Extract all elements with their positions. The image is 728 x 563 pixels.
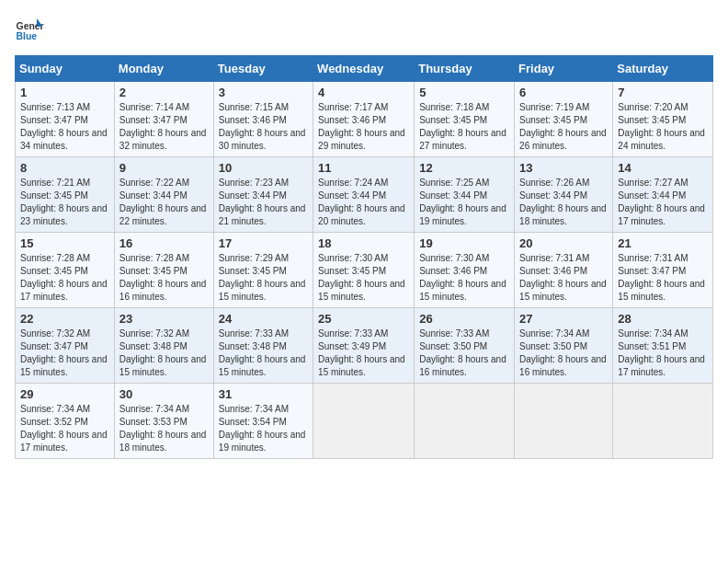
day-detail: Sunrise: 7:17 AMSunset: 3:46 PMDaylight:… bbox=[318, 101, 409, 153]
calendar-table: SundayMondayTuesdayWednesdayThursdayFrid… bbox=[15, 55, 713, 459]
day-number: 18 bbox=[318, 236, 409, 250]
day-cell: 14 Sunrise: 7:27 AMSunset: 3:44 PMDaylig… bbox=[613, 157, 713, 233]
day-number: 11 bbox=[318, 161, 409, 175]
day-number: 2 bbox=[119, 86, 209, 99]
header-cell-friday: Friday bbox=[515, 56, 613, 82]
day-cell: 5 Sunrise: 7:18 AMSunset: 3:45 PMDayligh… bbox=[415, 82, 515, 157]
day-detail: Sunrise: 7:24 AMSunset: 3:44 PMDaylight:… bbox=[318, 177, 409, 228]
day-cell: 16 Sunrise: 7:28 AMSunset: 3:45 PMDaylig… bbox=[114, 233, 213, 308]
day-number: 21 bbox=[618, 236, 708, 250]
day-cell: 10 Sunrise: 7:23 AMSunset: 3:44 PMDaylig… bbox=[213, 157, 313, 233]
day-number: 16 bbox=[119, 236, 209, 250]
day-cell bbox=[313, 384, 415, 459]
day-cell: 12 Sunrise: 7:25 AMSunset: 3:44 PMDaylig… bbox=[415, 157, 515, 233]
logo: General Blue bbox=[15, 15, 44, 44]
day-detail: Sunrise: 7:30 AMSunset: 3:46 PMDaylight:… bbox=[419, 252, 509, 304]
day-cell: 6 Sunrise: 7:19 AMSunset: 3:45 PMDayligh… bbox=[515, 82, 613, 157]
page-header: General Blue bbox=[15, 15, 713, 44]
day-cell: 19 Sunrise: 7:30 AMSunset: 3:46 PMDaylig… bbox=[415, 233, 515, 308]
header-cell-wednesday: Wednesday bbox=[313, 56, 415, 82]
week-row-2: 8 Sunrise: 7:21 AMSunset: 3:45 PMDayligh… bbox=[16, 157, 713, 233]
day-detail: Sunrise: 7:33 AMSunset: 3:49 PMDaylight:… bbox=[318, 327, 409, 379]
day-number: 19 bbox=[419, 236, 509, 250]
day-number: 23 bbox=[119, 312, 209, 326]
day-cell: 27 Sunrise: 7:34 AMSunset: 3:50 PMDaylig… bbox=[515, 308, 613, 384]
day-number: 1 bbox=[20, 86, 109, 99]
day-detail: Sunrise: 7:31 AMSunset: 3:47 PMDaylight:… bbox=[618, 252, 708, 304]
svg-text:Blue: Blue bbox=[17, 31, 38, 41]
week-row-3: 15 Sunrise: 7:28 AMSunset: 3:45 PMDaylig… bbox=[16, 233, 713, 308]
day-cell: 1 Sunrise: 7:13 AMSunset: 3:47 PMDayligh… bbox=[16, 82, 115, 157]
day-cell: 24 Sunrise: 7:33 AMSunset: 3:48 PMDaylig… bbox=[213, 308, 313, 384]
day-cell: 9 Sunrise: 7:22 AMSunset: 3:44 PMDayligh… bbox=[114, 157, 213, 233]
day-cell: 4 Sunrise: 7:17 AMSunset: 3:46 PMDayligh… bbox=[313, 82, 415, 157]
day-detail: Sunrise: 7:15 AMSunset: 3:46 PMDaylight:… bbox=[219, 101, 308, 153]
day-cell: 25 Sunrise: 7:33 AMSunset: 3:49 PMDaylig… bbox=[313, 308, 415, 384]
day-detail: Sunrise: 7:33 AMSunset: 3:50 PMDaylight:… bbox=[419, 327, 509, 379]
day-detail: Sunrise: 7:23 AMSunset: 3:44 PMDaylight:… bbox=[219, 177, 308, 228]
day-number: 7 bbox=[618, 86, 708, 99]
day-number: 15 bbox=[20, 236, 109, 250]
day-number: 5 bbox=[419, 86, 509, 99]
week-row-5: 29 Sunrise: 7:34 AMSunset: 3:52 PMDaylig… bbox=[16, 384, 713, 459]
day-number: 9 bbox=[119, 161, 209, 175]
day-detail: Sunrise: 7:28 AMSunset: 3:45 PMDaylight:… bbox=[119, 252, 209, 304]
header-cell-thursday: Thursday bbox=[415, 56, 515, 82]
day-cell: 8 Sunrise: 7:21 AMSunset: 3:45 PMDayligh… bbox=[16, 157, 115, 233]
day-detail: Sunrise: 7:32 AMSunset: 3:48 PMDaylight:… bbox=[119, 327, 209, 379]
day-detail: Sunrise: 7:22 AMSunset: 3:44 PMDaylight:… bbox=[119, 177, 209, 228]
day-number: 10 bbox=[219, 161, 308, 175]
day-detail: Sunrise: 7:18 AMSunset: 3:45 PMDaylight:… bbox=[419, 101, 509, 153]
day-detail: Sunrise: 7:32 AMSunset: 3:47 PMDaylight:… bbox=[20, 327, 109, 379]
day-detail: Sunrise: 7:20 AMSunset: 3:45 PMDaylight:… bbox=[618, 101, 708, 153]
header-cell-saturday: Saturday bbox=[613, 56, 713, 82]
day-number: 6 bbox=[519, 86, 608, 99]
day-detail: Sunrise: 7:33 AMSunset: 3:48 PMDaylight:… bbox=[219, 327, 308, 379]
day-detail: Sunrise: 7:21 AMSunset: 3:45 PMDaylight:… bbox=[20, 177, 109, 228]
day-cell: 3 Sunrise: 7:15 AMSunset: 3:46 PMDayligh… bbox=[213, 82, 313, 157]
day-number: 12 bbox=[419, 161, 509, 175]
logo-icon: General Blue bbox=[15, 15, 44, 44]
day-cell: 18 Sunrise: 7:30 AMSunset: 3:45 PMDaylig… bbox=[313, 233, 415, 308]
day-cell: 21 Sunrise: 7:31 AMSunset: 3:47 PMDaylig… bbox=[613, 233, 713, 308]
day-detail: Sunrise: 7:30 AMSunset: 3:45 PMDaylight:… bbox=[318, 252, 409, 304]
day-cell: 17 Sunrise: 7:29 AMSunset: 3:45 PMDaylig… bbox=[213, 233, 313, 308]
day-cell bbox=[613, 384, 713, 459]
day-detail: Sunrise: 7:34 AMSunset: 3:54 PMDaylight:… bbox=[219, 403, 308, 454]
day-detail: Sunrise: 7:26 AMSunset: 3:44 PMDaylight:… bbox=[519, 177, 608, 228]
week-row-4: 22 Sunrise: 7:32 AMSunset: 3:47 PMDaylig… bbox=[16, 308, 713, 384]
day-cell: 13 Sunrise: 7:26 AMSunset: 3:44 PMDaylig… bbox=[515, 157, 613, 233]
day-detail: Sunrise: 7:19 AMSunset: 3:45 PMDaylight:… bbox=[519, 101, 608, 153]
day-cell: 28 Sunrise: 7:34 AMSunset: 3:51 PMDaylig… bbox=[613, 308, 713, 384]
day-cell: 7 Sunrise: 7:20 AMSunset: 3:45 PMDayligh… bbox=[613, 82, 713, 157]
header-cell-sunday: Sunday bbox=[16, 56, 115, 82]
header-row: SundayMondayTuesdayWednesdayThursdayFrid… bbox=[16, 56, 713, 82]
day-number: 26 bbox=[419, 312, 509, 326]
header-cell-monday: Monday bbox=[114, 56, 213, 82]
day-detail: Sunrise: 7:28 AMSunset: 3:45 PMDaylight:… bbox=[20, 252, 109, 304]
day-detail: Sunrise: 7:34 AMSunset: 3:51 PMDaylight:… bbox=[618, 327, 708, 379]
day-cell: 30 Sunrise: 7:34 AMSunset: 3:53 PMDaylig… bbox=[114, 384, 213, 459]
day-detail: Sunrise: 7:27 AMSunset: 3:44 PMDaylight:… bbox=[618, 177, 708, 228]
day-detail: Sunrise: 7:34 AMSunset: 3:52 PMDaylight:… bbox=[20, 403, 109, 454]
day-number: 8 bbox=[20, 161, 109, 175]
day-number: 25 bbox=[318, 312, 409, 326]
day-detail: Sunrise: 7:31 AMSunset: 3:46 PMDaylight:… bbox=[519, 252, 608, 304]
day-detail: Sunrise: 7:29 AMSunset: 3:45 PMDaylight:… bbox=[219, 252, 308, 304]
day-cell bbox=[515, 384, 613, 459]
day-cell: 2 Sunrise: 7:14 AMSunset: 3:47 PMDayligh… bbox=[114, 82, 213, 157]
day-number: 30 bbox=[119, 387, 209, 401]
day-number: 17 bbox=[219, 236, 308, 250]
day-number: 31 bbox=[219, 387, 308, 401]
day-detail: Sunrise: 7:25 AMSunset: 3:44 PMDaylight:… bbox=[419, 177, 509, 228]
day-number: 14 bbox=[618, 161, 708, 175]
day-cell: 26 Sunrise: 7:33 AMSunset: 3:50 PMDaylig… bbox=[415, 308, 515, 384]
day-cell: 15 Sunrise: 7:28 AMSunset: 3:45 PMDaylig… bbox=[16, 233, 115, 308]
day-number: 24 bbox=[219, 312, 308, 326]
week-row-1: 1 Sunrise: 7:13 AMSunset: 3:47 PMDayligh… bbox=[16, 82, 713, 157]
day-cell: 31 Sunrise: 7:34 AMSunset: 3:54 PMDaylig… bbox=[213, 384, 313, 459]
day-detail: Sunrise: 7:34 AMSunset: 3:53 PMDaylight:… bbox=[119, 403, 209, 454]
day-cell: 29 Sunrise: 7:34 AMSunset: 3:52 PMDaylig… bbox=[16, 384, 115, 459]
day-number: 27 bbox=[519, 312, 608, 326]
day-cell: 11 Sunrise: 7:24 AMSunset: 3:44 PMDaylig… bbox=[313, 157, 415, 233]
